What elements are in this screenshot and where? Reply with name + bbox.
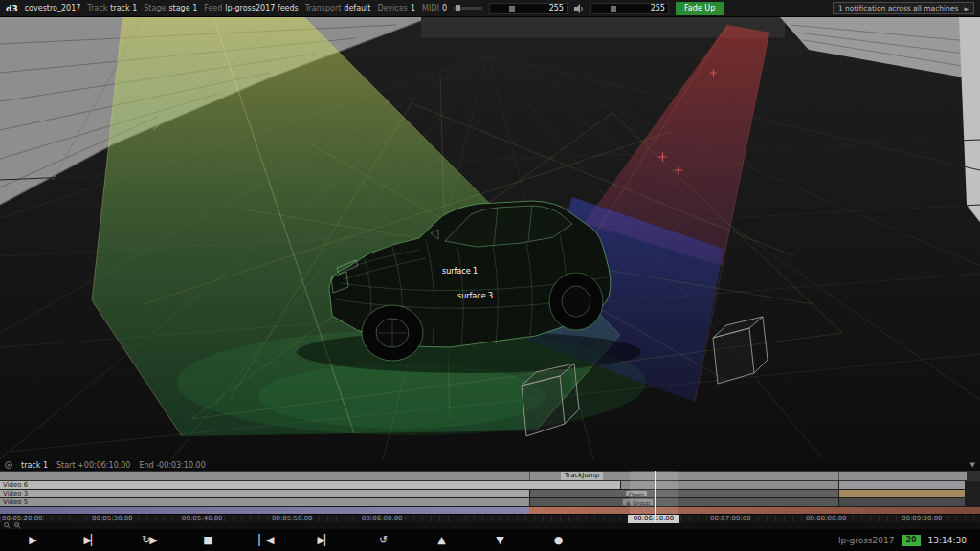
car-rear-wheel [549,273,603,330]
current-time-display: 00:06:10.00 [628,515,679,523]
d3-logo[interactable]: d3 [6,4,18,13]
colour-segment-blue[interactable] [0,507,529,514]
record-icon: ● [554,534,563,546]
speaker-icon [574,4,584,13]
layer-name[interactable]: Video 5 [3,498,28,506]
play-button[interactable]: ▶ [13,534,52,546]
timeline-header: ✕ track 1 Start +00:06:10.00 End -00:03:… [0,459,980,471]
clip-bar[interactable] [0,498,529,506]
timeline-zoom-strip [0,522,980,529]
zoom-in-icon[interactable] [14,522,21,529]
timeline-ruler[interactable]: 00:05:20.00 00:05:30.00 00:05:40.00 00:0… [0,514,980,522]
brightness-slider[interactable]: 255 [489,3,568,14]
trackjump-tag[interactable]: TrackJump [561,472,603,480]
volume-slider-handle[interactable] [611,6,616,12]
loop-play-button[interactable]: ↻▶ [130,534,168,546]
menu-feed[interactable]: Feed lp-gross2017 feeds [204,4,299,12]
surface-3-label[interactable]: surface 3 [457,292,493,300]
skip-to-start-icon: ▏◀ [259,534,274,546]
move-down-button[interactable]: ▼ [480,534,519,546]
notification-label: 1 notification across all machines [838,4,958,12]
section-bar[interactable] [0,472,967,480]
d3-application-window: d3 covestro_2017 Track track 1 Stage sta… [0,0,980,551]
track-end-label: End -00:03:10.00 [139,461,205,470]
collapse-timeline-icon[interactable]: ▼ [970,461,975,469]
play-to-next-button[interactable]: ▶▏ [72,534,110,546]
playhead[interactable] [655,471,656,522]
timeline-section-row[interactable]: TrackJump [0,471,980,481]
skip-to-next-icon: ▶▏ [318,534,332,546]
surface-1-label[interactable]: surface 1 [442,267,478,276]
midi-slider[interactable] [454,7,482,10]
notification-dropdown[interactable]: 1 notification across all machines ▶ [833,2,974,14]
menu-stage[interactable]: Stage stage 1 [144,4,197,12]
move-up-button[interactable]: ▲ [422,534,460,546]
transport-status: lp-gross2017 20 13:14:30 [838,535,967,546]
brightness-value: 255 [549,4,564,12]
chevron-right-icon: ▶ [964,5,969,11]
clip-bar[interactable] [530,498,838,506]
clip-bar[interactable] [839,490,965,497]
layer-row-video5[interactable]: Video 5 ≡ Group [0,498,980,507]
move-up-icon: ▲ [437,534,444,546]
stage-3d-scene: surface 1 surface 3 [0,17,980,459]
volume-slider[interactable]: 255 [590,3,669,14]
menu-transport[interactable]: Transport default [305,4,371,12]
undo-icon: ↺ [379,534,387,546]
skip-to-start-button[interactable]: ▏◀ [247,534,285,546]
record-button[interactable]: ● [539,534,577,546]
play-icon: ▶ [29,534,35,546]
layer-row-video3[interactable]: Video 3 Open [0,490,980,498]
move-down-icon: ▼ [496,534,502,546]
skip-to-next-button[interactable]: ▶▏ [305,534,344,546]
clip-bar[interactable] [839,498,965,506]
layer-row-video6[interactable]: Video 6 [0,481,980,490]
section-divider [529,472,530,480]
close-track-icon[interactable]: ✕ [5,461,12,469]
layer-name[interactable]: Video 6 [3,481,28,489]
loop-play-icon: ↻▶ [142,534,157,546]
track-start-label: Start +00:06:10.00 [56,461,130,470]
project-name[interactable]: covestro_2017 [25,4,81,12]
transport-bar: ▶ ▶▏ ↻▶ ■ ▏◀ ▶▏ ↺ ▲ ▼ ● lp-gross2017 20 … [0,529,980,551]
machine-name: lp-gross2017 [838,536,894,545]
play-to-next-icon: ▶▏ [84,534,99,546]
layer-name[interactable]: Video 3 [3,490,28,497]
track-name[interactable]: track 1 [21,461,48,470]
clip-bar[interactable] [839,481,965,489]
clip-bar[interactable] [0,481,620,489]
colour-segment-red[interactable] [529,507,980,514]
zoom-out-icon[interactable] [4,522,11,529]
fade-up-button[interactable]: Fade Up [676,2,724,15]
volume-value: 255 [651,4,665,12]
colour-keyframe-track[interactable] [0,507,980,514]
brightness-slider-handle[interactable] [509,6,515,12]
stop-icon: ■ [203,534,212,546]
stop-button[interactable]: ■ [189,534,227,546]
menu-devices[interactable]: Devices 1 [377,4,415,12]
car-front-wheel [362,305,423,361]
clip-bar[interactable] [530,490,838,497]
menu-midi[interactable]: MIDI 0 [422,4,447,12]
menu-track[interactable]: Track track 1 [87,4,137,12]
undo-button[interactable]: ↺ [364,534,402,546]
section-divider [838,472,839,480]
stage-3d-viewport[interactable]: surface 1 surface 3 [0,17,980,459]
clock: 13:14:30 [928,536,967,545]
top-menubar: d3 covestro_2017 Track track 1 Stage sta… [0,0,980,17]
clip-bar[interactable] [0,490,529,497]
fps-badge: 20 [902,535,920,546]
midi-slider-knob[interactable] [456,5,460,11]
